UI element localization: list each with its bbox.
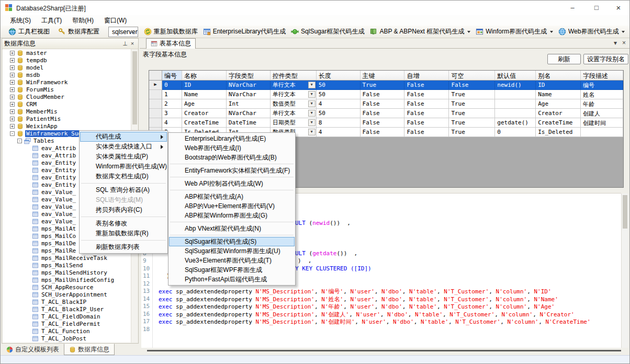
grid-cell[interactable]	[495, 99, 536, 109]
grid-cell[interactable]: False	[404, 99, 449, 109]
grid-cell[interactable]: False	[404, 81, 449, 90]
tree-item-table[interactable]: T_ACL_Function	[3, 327, 131, 335]
dropdown-button[interactable]: ▼	[308, 82, 316, 88]
menu-item[interactable]: 数据库文档生成(D)	[80, 172, 167, 181]
toolbar-button-globe[interactable]: 工具栏视图	[6, 26, 52, 37]
grid-cell[interactable]: Creator	[536, 109, 581, 118]
grid-cell[interactable]: 0	[495, 128, 536, 137]
grid-column-header[interactable]: 自增	[404, 71, 449, 81]
grid-cell[interactable]: NVarChar	[227, 81, 271, 90]
expander-icon[interactable]: +	[10, 51, 15, 55]
grid-column-header[interactable]: 编号	[162, 71, 182, 81]
menu-item[interactable]: Bootstrap的Web界面代码生成(B)	[169, 153, 295, 162]
expander-icon[interactable]: +	[10, 58, 15, 63]
tree-item-table[interactable]: SCH_AppResource	[3, 283, 131, 291]
grid-cell[interactable]: Int	[227, 99, 271, 109]
grid-cell[interactable]: True	[449, 109, 495, 118]
menu-item-2[interactable]: 工具(T)	[36, 15, 67, 26]
menu-item[interactable]: 代码生成	[80, 132, 167, 142]
grid-cell[interactable]: Age	[536, 99, 581, 109]
menu-item[interactable]: 实体类生成快速入口	[80, 142, 167, 152]
expander-icon[interactable]: +	[10, 87, 15, 92]
menu-item[interactable]: Vue3+Element界面代码生成(T)	[169, 256, 295, 265]
grid-cell[interactable]: 3	[162, 109, 182, 118]
grid-column-header[interactable]: 主键	[361, 71, 405, 81]
grid-cell[interactable]: True	[449, 99, 495, 109]
grid-cell[interactable]: Name	[536, 90, 581, 99]
table-row[interactable]: 2AgeInt数值类型▼4FalseFalseTrueAge年龄	[149, 99, 623, 109]
grid-cell[interactable]: 50	[317, 81, 361, 90]
refresh-button[interactable]: 刷新	[547, 54, 581, 64]
tree-item-database[interactable]: +master	[3, 49, 131, 56]
expander-icon[interactable]: +	[10, 95, 15, 99]
menu-item[interactable]: ABP的Vue+Element界面代码(V)	[169, 201, 295, 211]
grid-cell[interactable]: 0	[162, 81, 182, 90]
grid-cell[interactable]: CreateTime	[182, 118, 227, 128]
tree-item-database[interactable]: +ForumMis	[3, 86, 131, 93]
grid-cell[interactable]: 单行文本▼	[271, 81, 317, 90]
tree-item-table[interactable]: SCH_UserAppointment	[3, 291, 131, 298]
grid-cell[interactable]	[495, 90, 536, 99]
grid-cell[interactable]	[495, 109, 536, 118]
grid-cell[interactable]: True	[449, 90, 495, 99]
table-row[interactable]: 3CreatorNVarChar单行文本▼50FalseFalseTrueCre…	[149, 109, 623, 118]
grid-cell[interactable]: 50	[317, 109, 361, 118]
menu-item[interactable]: Python+FastApi后端代码生成	[169, 275, 295, 284]
expander-icon[interactable]: +	[10, 102, 15, 107]
menu-item[interactable]: SqlSugar框架Winform界面生成(U)	[169, 246, 295, 256]
tab-list-icon[interactable]: ▾	[614, 39, 617, 47]
tree-item-database[interactable]: +msdb	[3, 71, 131, 78]
grid-cell[interactable]: True	[361, 81, 405, 90]
menu-item[interactable]: 重新加载数据库(R)	[80, 229, 167, 238]
dropdown-button[interactable]: ▼	[308, 119, 316, 126]
expander-icon[interactable]: +	[10, 65, 15, 70]
tab-close-icon[interactable]: ×	[622, 39, 626, 47]
tree-item-table[interactable]: T_ACL_BlackIP_User	[3, 305, 131, 313]
menu-item[interactable]: SQL语句生成(M)	[80, 195, 167, 205]
grid-cell[interactable]: NVarChar	[227, 109, 271, 118]
row-header-cell[interactable]	[149, 109, 162, 118]
menu-item[interactable]: ABP框架Winform界面生成(G)	[169, 211, 295, 220]
grid-cell[interactable]: NVarChar	[227, 90, 271, 99]
grid-cell[interactable]: 日期类型▼	[271, 118, 317, 128]
grid-cell[interactable]: 8	[317, 118, 361, 128]
row-header-cell[interactable]: ▶	[149, 81, 162, 90]
tree-item-table[interactable]: T_ACL_JobPost	[3, 335, 131, 342]
table-row[interactable]: 1NameNVarChar单行文本▼50FalseFalseTrueName姓名	[149, 90, 623, 99]
grid-cell[interactable]: False	[449, 81, 495, 90]
tab-database-info[interactable]: 数据库信息	[64, 344, 115, 355]
row-header-cell[interactable]	[149, 99, 162, 109]
tab-custom-templates[interactable]: 自定义模板列表	[2, 344, 64, 355]
grid-column-header[interactable]: 长度	[317, 71, 361, 81]
grid-column-header[interactable]: 可空	[449, 71, 495, 81]
grid-column-header[interactable]: 字段类型	[227, 71, 271, 81]
grid-cell[interactable]: ID	[182, 81, 227, 90]
dropdown-button[interactable]: ▼	[308, 110, 316, 117]
tree-item-database[interactable]: +tempdb	[3, 56, 131, 64]
grid-cell[interactable]: 姓名	[581, 90, 623, 99]
menu-item[interactable]: Web API控制器代码生成(W)	[169, 179, 295, 188]
toolbar-button-enterprise-library[interactable]: EnterpriseLibrary代码生成	[200, 26, 288, 37]
grid-cell[interactable]: 4	[162, 118, 182, 128]
toolbar-button-abp[interactable]: ABP & ABPNext 框架代码生成	[367, 26, 473, 37]
grid-cell[interactable]: getdate()	[495, 118, 536, 128]
expander-icon[interactable]: -	[17, 139, 22, 143]
grid-cell[interactable]: True	[449, 128, 495, 137]
pin-icon[interactable]: ⊥	[121, 40, 129, 48]
grid-cell[interactable]: CreateTime	[536, 118, 581, 128]
row-header-cell[interactable]	[149, 118, 162, 128]
grid-cell[interactable]: True	[449, 118, 495, 128]
menu-item[interactable]: 实体类属性生成(P)	[80, 152, 167, 162]
menu-item[interactable]: SqlSugar框架代码生成(S)	[169, 237, 295, 246]
maximize-button[interactable]: □	[586, 1, 608, 15]
grid-cell[interactable]: 单行文本▼	[271, 109, 317, 118]
expander-icon[interactable]: +	[10, 73, 15, 77]
table-row[interactable]: ▶0IDNVarChar单行文本▼50TrueFalseFalsenewid()…	[149, 81, 623, 90]
database-type-select[interactable]: sqlserver	[108, 27, 138, 37]
grid-cell[interactable]: 1	[162, 90, 182, 99]
menu-item[interactable]: ABP框架代码生成(A)	[169, 192, 295, 201]
grid-column-header[interactable]: 名称	[182, 71, 227, 81]
toolbar-button-sqlsugar[interactable]: SqlSugar框架代码生成	[288, 26, 367, 37]
tree-item-table[interactable]: T_ACL_BlackIP	[3, 298, 131, 305]
table-row[interactable]: 4CreateTimeDateTime日期类型▼8FalseFalseTrueg…	[149, 118, 623, 128]
